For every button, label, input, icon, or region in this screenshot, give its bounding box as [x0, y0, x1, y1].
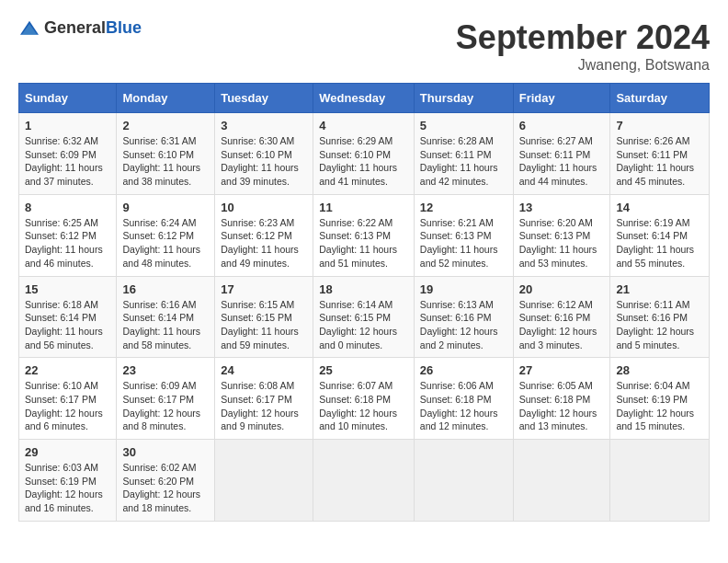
- table-row: 1Sunrise: 6:32 AMSunset: 6:09 PMDaylight…: [19, 113, 117, 195]
- day-info: Sunrise: 6:12 AMSunset: 6:16 PMDaylight:…: [519, 299, 597, 350]
- table-row: 21Sunrise: 6:11 AMSunset: 6:16 PMDayligh…: [610, 276, 710, 358]
- day-info: Sunrise: 6:28 AMSunset: 6:11 PMDaylight:…: [420, 135, 498, 187]
- logo-general-text: General: [44, 18, 106, 37]
- logo-icon: [18, 19, 40, 38]
- table-row: 27Sunrise: 6:05 AMSunset: 6:18 PMDayligh…: [513, 358, 610, 440]
- day-number: 5: [420, 119, 507, 132]
- day-number: 21: [616, 282, 703, 296]
- table-row: 19Sunrise: 6:13 AMSunset: 6:16 PMDayligh…: [414, 276, 513, 358]
- day-info: Sunrise: 6:22 AMSunset: 6:13 PMDaylight:…: [319, 217, 397, 269]
- day-number: 20: [519, 282, 605, 296]
- col-saturday: Saturday: [610, 84, 710, 113]
- table-row: 26Sunrise: 6:06 AMSunset: 6:18 PMDayligh…: [414, 358, 513, 440]
- table-row: 5Sunrise: 6:28 AMSunset: 6:11 PMDaylight…: [414, 113, 513, 195]
- table-row: 12Sunrise: 6:21 AMSunset: 6:13 PMDayligh…: [414, 194, 513, 276]
- day-info: Sunrise: 6:32 AMSunset: 6:09 PMDaylight:…: [25, 135, 103, 187]
- table-row: [215, 440, 313, 522]
- day-number: 11: [319, 201, 408, 214]
- calendar-week-row: 15Sunrise: 6:18 AMSunset: 6:14 PMDayligh…: [19, 276, 710, 358]
- day-info: Sunrise: 6:11 AMSunset: 6:16 PMDaylight:…: [616, 299, 694, 350]
- col-sunday: Sunday: [19, 84, 117, 113]
- day-number: 8: [25, 201, 110, 214]
- day-number: 7: [616, 119, 703, 132]
- col-tuesday: Tuesday: [215, 84, 313, 113]
- col-monday: Monday: [117, 84, 215, 113]
- table-row: 14Sunrise: 6:19 AMSunset: 6:14 PMDayligh…: [610, 194, 710, 276]
- day-info: Sunrise: 6:16 AMSunset: 6:14 PMDaylight:…: [122, 299, 200, 350]
- day-number: 4: [319, 119, 408, 132]
- table-row: [414, 440, 513, 522]
- page-header: GeneralBlue September 2024 Jwaneng, Bots…: [18, 18, 710, 74]
- day-number: 16: [122, 282, 209, 296]
- day-info: Sunrise: 6:18 AMSunset: 6:14 PMDaylight:…: [25, 299, 103, 350]
- table-row: 8Sunrise: 6:25 AMSunset: 6:12 PMDaylight…: [19, 194, 117, 276]
- day-info: Sunrise: 6:19 AMSunset: 6:14 PMDaylight:…: [616, 217, 694, 269]
- day-number: 15: [25, 282, 110, 296]
- day-info: Sunrise: 6:09 AMSunset: 6:17 PMDaylight:…: [122, 380, 200, 431]
- day-number: 29: [25, 445, 110, 459]
- day-info: Sunrise: 6:13 AMSunset: 6:16 PMDaylight:…: [420, 299, 498, 350]
- day-info: Sunrise: 6:06 AMSunset: 6:18 PMDaylight:…: [420, 380, 498, 431]
- table-row: 23Sunrise: 6:09 AMSunset: 6:17 PMDayligh…: [117, 358, 215, 440]
- day-number: 26: [420, 363, 507, 377]
- logo: GeneralBlue: [18, 18, 142, 38]
- table-row: 6Sunrise: 6:27 AMSunset: 6:11 PMDaylight…: [513, 113, 610, 195]
- table-row: [513, 440, 610, 522]
- table-row: 25Sunrise: 6:07 AMSunset: 6:18 PMDayligh…: [313, 358, 415, 440]
- day-number: 1: [25, 119, 110, 132]
- table-row: 3Sunrise: 6:30 AMSunset: 6:10 PMDaylight…: [215, 113, 313, 195]
- day-info: Sunrise: 6:23 AMSunset: 6:12 PMDaylight:…: [221, 217, 299, 269]
- day-info: Sunrise: 6:08 AMSunset: 6:17 PMDaylight:…: [221, 380, 299, 431]
- day-number: 27: [519, 363, 605, 377]
- table-row: 30Sunrise: 6:02 AMSunset: 6:20 PMDayligh…: [117, 440, 215, 522]
- table-row: 11Sunrise: 6:22 AMSunset: 6:13 PMDayligh…: [313, 194, 415, 276]
- day-number: 10: [221, 201, 307, 214]
- table-row: 15Sunrise: 6:18 AMSunset: 6:14 PMDayligh…: [19, 276, 117, 358]
- table-row: 2Sunrise: 6:31 AMSunset: 6:10 PMDaylight…: [117, 113, 215, 195]
- day-number: 14: [616, 201, 703, 214]
- day-info: Sunrise: 6:20 AMSunset: 6:13 PMDaylight:…: [519, 217, 597, 269]
- day-number: 22: [25, 363, 110, 377]
- day-number: 23: [122, 363, 209, 377]
- table-row: 4Sunrise: 6:29 AMSunset: 6:10 PMDaylight…: [313, 113, 415, 195]
- table-row: 10Sunrise: 6:23 AMSunset: 6:12 PMDayligh…: [215, 194, 313, 276]
- table-row: 7Sunrise: 6:26 AMSunset: 6:11 PMDaylight…: [610, 113, 710, 195]
- location: Jwaneng, Botswana: [456, 57, 710, 74]
- day-info: Sunrise: 6:24 AMSunset: 6:12 PMDaylight:…: [122, 217, 200, 269]
- calendar-week-row: 1Sunrise: 6:32 AMSunset: 6:09 PMDaylight…: [19, 113, 710, 195]
- day-info: Sunrise: 6:29 AMSunset: 6:10 PMDaylight:…: [319, 135, 397, 187]
- table-row: 13Sunrise: 6:20 AMSunset: 6:13 PMDayligh…: [513, 194, 610, 276]
- day-info: Sunrise: 6:25 AMSunset: 6:12 PMDaylight:…: [25, 217, 103, 269]
- day-number: 17: [221, 282, 307, 296]
- table-row: 24Sunrise: 6:08 AMSunset: 6:17 PMDayligh…: [215, 358, 313, 440]
- day-number: 9: [122, 201, 209, 214]
- day-info: Sunrise: 6:10 AMSunset: 6:17 PMDaylight:…: [25, 380, 103, 431]
- calendar-week-row: 29Sunrise: 6:03 AMSunset: 6:19 PMDayligh…: [19, 440, 710, 522]
- table-row: 29Sunrise: 6:03 AMSunset: 6:19 PMDayligh…: [19, 440, 117, 522]
- table-row: [313, 440, 415, 522]
- logo-blue-text: Blue: [106, 18, 142, 37]
- day-number: 2: [122, 119, 209, 132]
- day-number: 25: [319, 363, 408, 377]
- table-row: 20Sunrise: 6:12 AMSunset: 6:16 PMDayligh…: [513, 276, 610, 358]
- day-number: 3: [221, 119, 307, 132]
- day-info: Sunrise: 6:27 AMSunset: 6:11 PMDaylight:…: [519, 135, 597, 187]
- day-number: 19: [420, 282, 507, 296]
- day-info: Sunrise: 6:26 AMSunset: 6:11 PMDaylight:…: [616, 135, 694, 187]
- day-info: Sunrise: 6:15 AMSunset: 6:15 PMDaylight:…: [221, 299, 299, 350]
- calendar-week-row: 22Sunrise: 6:10 AMSunset: 6:17 PMDayligh…: [19, 358, 710, 440]
- table-row: [610, 440, 710, 522]
- table-row: 18Sunrise: 6:14 AMSunset: 6:15 PMDayligh…: [313, 276, 415, 358]
- calendar-week-row: 8Sunrise: 6:25 AMSunset: 6:12 PMDaylight…: [19, 194, 710, 276]
- calendar-table: Sunday Monday Tuesday Wednesday Thursday…: [18, 83, 710, 522]
- month-title: September 2024: [456, 18, 710, 57]
- day-number: 13: [519, 201, 605, 214]
- table-row: 17Sunrise: 6:15 AMSunset: 6:15 PMDayligh…: [215, 276, 313, 358]
- day-number: 6: [519, 119, 605, 132]
- calendar-header-row: Sunday Monday Tuesday Wednesday Thursday…: [19, 84, 710, 113]
- table-row: 28Sunrise: 6:04 AMSunset: 6:19 PMDayligh…: [610, 358, 710, 440]
- day-info: Sunrise: 6:03 AMSunset: 6:19 PMDaylight:…: [25, 462, 103, 513]
- table-row: 22Sunrise: 6:10 AMSunset: 6:17 PMDayligh…: [19, 358, 117, 440]
- col-thursday: Thursday: [414, 84, 513, 113]
- day-info: Sunrise: 6:07 AMSunset: 6:18 PMDaylight:…: [319, 380, 397, 431]
